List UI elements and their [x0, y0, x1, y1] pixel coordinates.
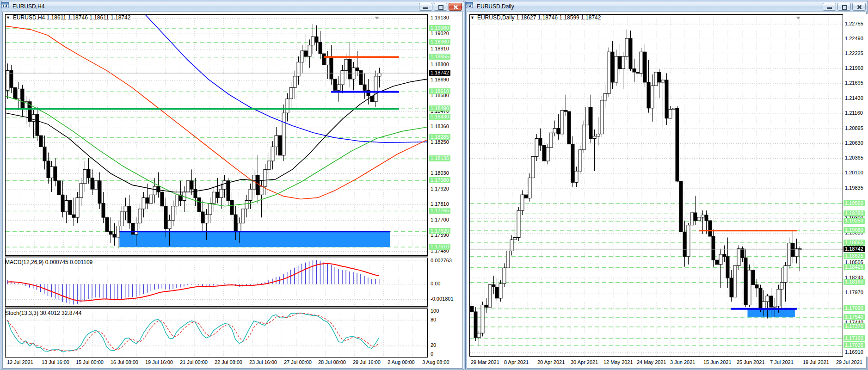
window-eurusd-daily[interactable]: EURUSD,Daily ▼EURUSD,Daily 1.18627 1.187…	[465, 1, 868, 370]
price-tick-label: 1.21960	[845, 65, 863, 71]
autoscroll-marker	[375, 17, 379, 19]
price-level-tag: 1.17510	[429, 244, 450, 250]
restore-button[interactable]	[837, 3, 851, 11]
price-tick-label: 1.19020	[431, 31, 449, 37]
minimize-button[interactable]	[823, 3, 836, 11]
price-level-tag: 1.19380	[843, 210, 865, 216]
time-tick-label: 8 Apr 2021	[504, 359, 529, 365]
time-tick-label: 19 Jul 2021	[803, 359, 829, 365]
time-tick-label: 29 Jul 2021	[836, 359, 862, 365]
price-level-tag: 1.18865	[843, 240, 865, 246]
price-level-tag: 1.19560	[843, 200, 865, 206]
current-price-tag: 1.18742	[429, 70, 450, 76]
price-level-tag: 1.17620	[429, 228, 450, 234]
titlebar-daily[interactable]: EURUSD,Daily	[466, 1, 868, 12]
price-tick-label: 1.17700	[431, 217, 449, 223]
candles-layer	[470, 30, 801, 345]
time-tick-label: 28 Jul 08:00	[318, 359, 346, 365]
close-button[interactable]	[449, 3, 462, 11]
stoch-label: Stoch(13,3,3) 30.4012 32.8744	[5, 310, 81, 316]
chart-canvas	[6, 15, 427, 255]
price-tick-label: 1.18800	[431, 62, 449, 68]
macd-axis-label: -0.001801	[431, 296, 454, 302]
price-level-tag: 1.17690	[843, 305, 865, 311]
time-tick-label: 20 Apr 2021	[537, 359, 565, 365]
minimize-icon	[423, 7, 428, 9]
price-tick-label: 1.20100	[845, 170, 863, 176]
grid-horizontal	[6, 18, 427, 252]
time-axis-h4[interactable]: 12 Jul 202113 Jul 16:0015 Jul 00:0016 Ju…	[5, 358, 427, 366]
price-pane-h4[interactable]	[5, 14, 428, 256]
chart-window-icon	[3, 3, 11, 10]
price-level-tag: 1.18855	[429, 54, 450, 60]
price-tick-label: 1.17810	[431, 201, 449, 207]
window-title: EURUSD,H4	[12, 3, 44, 10]
price-level-tag: 1.17160	[843, 335, 865, 341]
price-tick-label: 1.21695	[845, 80, 863, 86]
price-level-tag: 1.18160	[843, 279, 865, 285]
price-level-tag: 1.17370	[843, 323, 865, 329]
autoscroll-marker	[796, 17, 800, 19]
price-level-tag: 1.17540	[843, 314, 865, 320]
price-tick-label: 1.20895	[845, 125, 863, 131]
price-tick-label: 1.16910	[845, 349, 863, 355]
mdi-background: EURUSD,H4 ▼EURUSD,H4 1.18611 1.18746 1.1…	[0, 0, 868, 370]
price-tick-label: 1.18030	[431, 170, 449, 176]
restore-button[interactable]	[434, 3, 447, 11]
time-tick-label: 16 Jul 08:00	[111, 359, 138, 365]
stoch-axis: 10080200	[429, 308, 462, 358]
price-pane-daily[interactable]	[469, 14, 843, 357]
ma-red	[6, 26, 427, 199]
restore-icon	[438, 5, 443, 10]
price-level-tag: 1.18960	[429, 39, 450, 45]
symbol-dropdown-icon[interactable]: ▼	[6, 15, 10, 20]
price-tick-label: 1.17920	[431, 186, 449, 192]
chart-canvas	[470, 15, 843, 356]
minimize-icon	[827, 7, 832, 9]
grid-vertical	[20, 15, 412, 255]
time-tick-label: 13 Jul 16:00	[42, 359, 69, 365]
stoch-signal-line	[7, 313, 379, 351]
time-tick-label: 29 Mar 2021	[471, 359, 499, 365]
macd-axis-label: 0.00	[431, 281, 440, 287]
price-level-tag: 1.17765	[429, 208, 450, 214]
price-axis-h4[interactable]: 1.191301.190201.189101.188001.186901.185…	[429, 14, 462, 256]
time-tick-label: 12 May 2021	[603, 359, 633, 365]
price-tick-label: 1.22225	[845, 50, 863, 56]
support-zone	[119, 232, 390, 247]
macd-axis-label: 0.002763	[431, 258, 452, 264]
minimize-button[interactable]	[419, 3, 432, 11]
symbol-dropdown-icon[interactable]: ▼	[470, 15, 474, 20]
window-eurusd-h4[interactable]: EURUSD,H4 ▼EURUSD,H4 1.18611 1.18746 1.1…	[1, 1, 464, 370]
price-tick-label: 1.19835	[845, 185, 863, 191]
time-tick-label: 15 Jul 00:00	[76, 359, 104, 365]
time-tick-label: 29 Jul 16:00	[353, 359, 381, 365]
price-level-tag: 1.18610	[429, 88, 450, 94]
time-axis-daily[interactable]: 29 Mar 20218 Apr 202120 Apr 202130 Apr 2…	[469, 358, 842, 366]
ohlc-overlay-h4: ▼EURUSD,H4 1.18611 1.18746 1.18611 1.187…	[6, 14, 130, 21]
time-tick-label: 3 Aug 08:00	[422, 359, 449, 365]
chart-client-daily: ▼EURUSD,Daily 1.18627 1.18746 1.18599 1.…	[467, 12, 867, 369]
time-tick-label: 24 May 2021	[637, 359, 666, 365]
price-axis-daily[interactable]: 1.227551.224901.222251.219601.216951.214…	[843, 14, 868, 357]
macd-histogram	[7, 260, 379, 304]
grid-vertical	[484, 15, 828, 356]
time-tick-label: 30 Apr 2021	[571, 359, 598, 365]
price-level-tag: 1.18285	[429, 134, 450, 140]
price-tick-label: 1.18690	[431, 77, 449, 83]
titlebar-h4[interactable]: EURUSD,H4	[1, 1, 464, 12]
stoch-main-line	[7, 313, 379, 352]
window-title: EURUSD,Daily	[477, 3, 514, 10]
price-level-tag: 1.17980	[429, 177, 450, 183]
close-button[interactable]	[852, 3, 866, 11]
price-tick-label: 1.18910	[431, 46, 449, 52]
chart-window-icon	[468, 3, 475, 10]
price-level-tag: 1.18135	[429, 155, 450, 161]
price-level-tag: 1.19250	[843, 218, 865, 224]
chart-client-h4: ▼EURUSD,H4 1.18611 1.18746 1.18611 1.187…	[2, 12, 463, 369]
restore-icon	[842, 5, 847, 10]
time-tick-label: 22 Jul 08:00	[215, 359, 242, 365]
price-tick-label: 1.22755	[845, 21, 863, 27]
time-tick-label: 3 Jun 2021	[670, 359, 695, 365]
price-tick-label: 1.20365	[845, 155, 863, 161]
